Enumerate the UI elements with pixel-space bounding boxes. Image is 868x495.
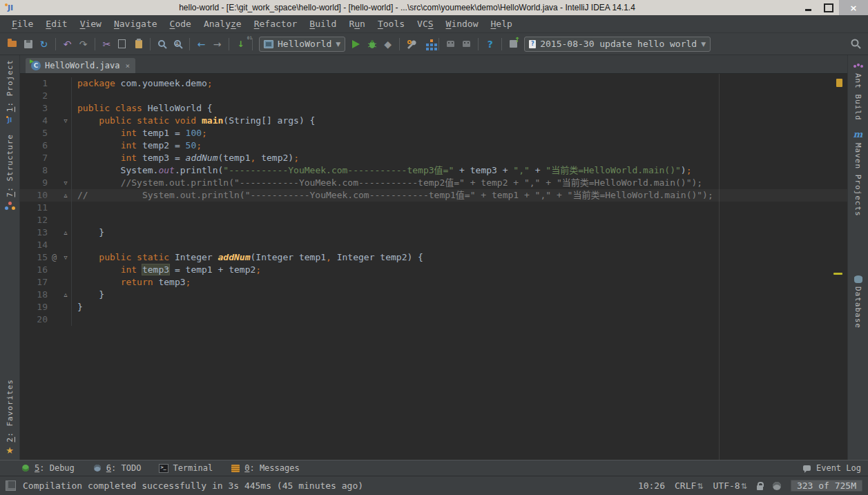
forward-icon[interactable]: → [211, 38, 224, 50]
menu-file[interactable]: File [6, 17, 39, 30]
toolwindow-button-maven-projects[interactable]: mMaven Projects [853, 125, 864, 221]
code-text[interactable]: int temp1 = 100; [72, 127, 207, 139]
caret-position-widget[interactable]: 10:26 [638, 481, 665, 491]
toolwindow-label: 1: Project [6, 59, 15, 112]
save-all-icon[interactable] [21, 38, 35, 50]
code-text[interactable]: public static Integer addNum(Integer tem… [72, 251, 423, 264]
code-text[interactable]: public class HelloWorld { [72, 102, 213, 115]
line-ending-widget[interactable]: CRLF⇅ [675, 481, 704, 491]
minimize-button[interactable] [798, 1, 818, 14]
code-text[interactable]: System.out.println("-----------YouMeek.c… [72, 164, 692, 177]
menu-refactor[interactable]: Refactor [248, 17, 304, 30]
fold-marker-icon[interactable]: ▵ [60, 189, 72, 202]
menu-navigate[interactable]: Navigate [108, 17, 164, 30]
code-text[interactable]: package com.youmeek.demo; [72, 77, 213, 90]
fold-marker-icon[interactable]: ▵ [60, 289, 72, 301]
stripe-warning-mark[interactable] [836, 79, 842, 87]
toolwindow-button-6-todo[interactable]: 6: TODO [93, 463, 142, 473]
coverage-icon[interactable]: ◆ [381, 38, 394, 50]
code-text[interactable]: } [72, 289, 104, 301]
menu-code[interactable]: Code [164, 17, 197, 30]
menu-window[interactable]: Window [440, 17, 485, 30]
fold-marker-icon[interactable]: ▵ [60, 226, 72, 239]
close-button[interactable]: × [839, 0, 868, 15]
stripe-warning-mark[interactable] [833, 273, 842, 275]
debug-icon[interactable] [365, 38, 378, 50]
project-structure-icon[interactable] [421, 38, 434, 50]
fold-marker-icon[interactable]: ▿ [60, 251, 72, 264]
cut-icon[interactable]: ✂ [100, 38, 113, 50]
find-icon[interactable] [155, 38, 168, 50]
toolwindow-button-terminal[interactable]: >_Terminal [159, 463, 213, 473]
replace-icon[interactable]: A [171, 38, 184, 50]
code-text[interactable] [72, 90, 77, 102]
fold-marker-icon[interactable]: ▿ [60, 115, 72, 127]
vcs-changelist-select[interactable]: ? 2015-08-30 update hello world ▼ [524, 37, 711, 52]
toolwindow-button-7-structure[interactable]: 7: Structure [4, 130, 15, 215]
toolwindow-button-database[interactable]: Database [853, 269, 864, 333]
menu-run[interactable]: Run [343, 17, 371, 30]
menu-analyze[interactable]: Analyze [197, 17, 248, 30]
toolwindow-button-1-project[interactable]: 1: ProjectJI [4, 55, 15, 130]
code-text[interactable]: public static void main(String[] args) { [72, 115, 315, 127]
hector-inspector-icon[interactable] [773, 482, 781, 490]
code-line: 9▿ //System.out.println("-----------YouM… [20, 177, 847, 189]
toolwindow-label: 7: Structure [6, 134, 15, 197]
undo-icon[interactable]: ↶ [61, 38, 74, 50]
back-icon[interactable]: ← [195, 38, 208, 50]
paste-icon[interactable] [132, 38, 145, 50]
gutter-annotation [52, 127, 60, 139]
code-text[interactable]: } [72, 226, 104, 239]
code-text[interactable] [72, 239, 77, 251]
run-configuration-select[interactable]: HelloWorld ▼ [259, 37, 345, 52]
code-text[interactable] [72, 202, 77, 214]
help-icon[interactable]: ? [483, 38, 496, 50]
code-text[interactable]: int temp3 = temp1 + temp2; [72, 264, 261, 276]
code-text[interactable]: } [72, 301, 83, 313]
synchronize-icon[interactable]: ↻ [37, 38, 50, 50]
toolwindow-button-2-favorites[interactable]: 2: Favorites★ [4, 375, 15, 460]
status-bar: Compilation completed successfully in 3s… [0, 476, 868, 495]
editor-surface[interactable]: 1package com.youmeek.demo;23public class… [20, 74, 847, 460]
memory-indicator[interactable]: 323 of 725M [791, 480, 862, 492]
toolwindow-switcher-icon[interactable] [6, 481, 16, 491]
menu-tools[interactable]: Tools [372, 17, 411, 30]
toolwindow-button-0-messages[interactable]: 0: Messages [231, 463, 299, 473]
gutter-annotation [52, 202, 60, 214]
numbered-list-icon[interactable]: ↓ [234, 38, 247, 50]
toolwindow-button-event-log[interactable]: Event Log [802, 463, 861, 473]
database-icon [853, 273, 864, 284]
code-text[interactable]: int temp2 = 50; [72, 139, 202, 152]
android-sdk-icon[interactable] [444, 38, 457, 50]
open-icon[interactable] [6, 38, 19, 50]
code-text[interactable]: return temp3; [72, 276, 191, 289]
java-class-icon: C [31, 61, 41, 70]
commit-push-icon[interactable] [507, 38, 520, 50]
code-text[interactable]: // System.out.println("-----------YouMee… [72, 189, 713, 202]
run-icon[interactable] [349, 38, 363, 50]
search-everywhere-icon[interactable] [849, 38, 862, 50]
menu-view[interactable]: View [74, 17, 108, 30]
code-text[interactable] [72, 313, 77, 326]
tab-close-icon[interactable]: × [125, 61, 130, 70]
lock-icon[interactable] [757, 485, 763, 490]
toolwindow-button-ant-build[interactable]: Ant Build [853, 55, 864, 125]
settings-icon[interactable] [405, 38, 418, 50]
redo-icon[interactable]: ↷ [77, 38, 90, 50]
code-line: 4▿ public static void main(String[] args… [20, 115, 847, 127]
code-text[interactable]: //System.out.println("-----------YouMeek… [72, 177, 702, 189]
menu-vcs[interactable]: VCS [411, 17, 439, 30]
encoding-widget[interactable]: UTF-8⇅ [713, 481, 747, 491]
menu-build[interactable]: Build [303, 17, 343, 30]
code-text[interactable] [72, 214, 77, 226]
android-device-monitor-icon[interactable] [460, 38, 473, 50]
code-line: 16 int temp3 = temp1 + temp2; [20, 264, 847, 276]
code-text[interactable]: int temp3 = addNum(temp1, temp2); [72, 152, 299, 164]
tab-helloworld-java[interactable]: C HelloWorld.java × [26, 58, 135, 73]
menu-help[interactable]: Help [485, 17, 519, 30]
maximize-button[interactable] [818, 1, 839, 14]
toolwindow-button-5-debug[interactable]: 5: Debug [21, 463, 75, 473]
menu-edit[interactable]: Edit [39, 17, 73, 30]
fold-marker-icon[interactable]: ▿ [60, 177, 72, 189]
copy-icon[interactable] [116, 38, 129, 50]
